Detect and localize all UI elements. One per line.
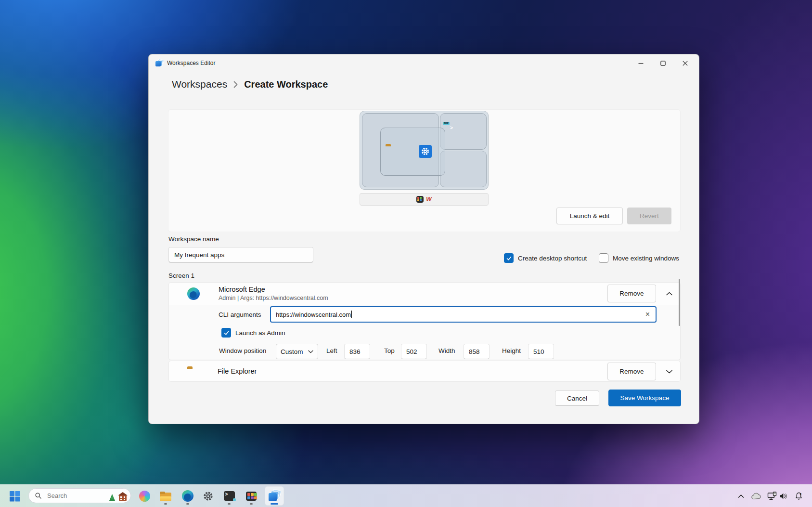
move-existing-windows-label: Move existing windows (613, 255, 679, 262)
remove-edge-button[interactable]: Remove (607, 285, 656, 302)
taskbar-file-explorer[interactable] (156, 486, 175, 506)
search-highlight-image[interactable] (107, 489, 128, 502)
preview-zone-top-right (440, 113, 487, 150)
window-position-label: Window position (219, 347, 266, 354)
app-name: Microsoft Edge (219, 286, 265, 293)
running-indicator (228, 503, 231, 505)
workspace-name-input[interactable] (168, 247, 313, 262)
checkbox-checked-icon[interactable] (504, 253, 514, 263)
taskbar-copilot[interactable] (135, 486, 154, 506)
remove-file-explorer-button[interactable]: Remove (607, 363, 656, 380)
checkbox-unchecked-icon[interactable] (599, 253, 608, 263)
onedrive-tray-button[interactable] (749, 489, 763, 503)
chevron-up-icon (738, 494, 744, 498)
cli-arguments-input[interactable]: https://windowscentral.com × (270, 306, 657, 323)
file-explorer-icon (160, 492, 171, 501)
width-input[interactable]: 858 (464, 344, 490, 359)
create-desktop-shortcut-label: Create desktop shortcut (518, 255, 587, 262)
notifications-dnd-tray-button[interactable]: z (791, 489, 806, 503)
running-indicator (164, 503, 167, 505)
taskbar-workspaces[interactable] (265, 486, 284, 506)
running-indicator (186, 503, 189, 505)
bell-dnd-icon: z (794, 492, 803, 501)
edge-icon (182, 490, 193, 502)
workspace-name-label: Workspace name (168, 235, 219, 243)
taskbar-edge[interactable] (178, 486, 197, 506)
revert-button[interactable]: Revert (627, 208, 671, 224)
taskbar: > z (0, 484, 812, 507)
launch-as-admin-option[interactable]: Launch as Admin (221, 328, 285, 338)
preview-taskbar-strip: W (360, 193, 489, 206)
gear-icon (203, 491, 214, 502)
maximize-button[interactable] (652, 54, 674, 72)
clear-icon: × (645, 310, 650, 318)
app-card-file-explorer: File Explorer Remove (168, 361, 681, 382)
expand-file-explorer-button[interactable] (663, 365, 675, 378)
chevron-down-icon (666, 370, 672, 374)
start-button[interactable] (5, 486, 24, 506)
screen-1-label: Screen 1 (168, 272, 194, 279)
close-button[interactable] (674, 54, 696, 72)
breadcrumb: Workspaces Create Workspace (172, 78, 328, 90)
taskbar-terminal[interactable]: > (219, 486, 239, 506)
clear-input-button[interactable]: × (644, 311, 651, 318)
windows-logo-icon (9, 491, 20, 502)
launch-as-admin-label: Launch as Admin (235, 329, 285, 337)
chevron-up-icon (666, 292, 672, 296)
monitor-preview: >PRE (360, 111, 489, 190)
network-monitor-icon (767, 492, 777, 501)
window-title: Workspaces Editor (167, 60, 215, 66)
cli-arguments-value: https://windowscentral.com (276, 311, 351, 318)
house-icon (119, 495, 127, 501)
preview-zone-inner-window (380, 128, 445, 176)
search-icon (35, 492, 42, 499)
taskbar-powertoys[interactable] (242, 486, 261, 506)
color-mosaic-icon (246, 492, 257, 501)
text-caret (351, 311, 352, 318)
terminal-icon: > (224, 491, 235, 501)
collapse-edge-button[interactable] (663, 287, 675, 300)
w-app-icon: W (426, 196, 431, 202)
show-hidden-icons-button[interactable] (735, 489, 747, 503)
titlebar: Workspaces Editor (149, 54, 699, 72)
speaker-icon (779, 492, 788, 500)
cloud-icon (751, 493, 761, 500)
height-input[interactable]: 510 (528, 344, 554, 359)
minimize-button[interactable] (630, 54, 652, 72)
workspaces-editor-window: Workspaces Editor Workspaces Create Work… (148, 54, 699, 424)
search-input[interactable] (46, 492, 101, 500)
minimize-icon (638, 61, 644, 66)
top-input[interactable]: 502 (401, 344, 427, 359)
preview-zone-bottom-right (440, 151, 487, 187)
taskbar-search[interactable] (28, 488, 131, 503)
top-label: Top (384, 347, 395, 354)
page-title: Create Workspace (244, 79, 328, 90)
vertical-scrollbar[interactable] (679, 279, 680, 326)
tree-icon (109, 494, 115, 501)
window-position-dropdown[interactable]: Custom (276, 344, 318, 359)
volume-tray-button[interactable] (776, 489, 790, 503)
workspaces-app-icon (155, 59, 163, 67)
app-card-microsoft-edge: Microsoft Edge Admin | Args: https://win… (168, 282, 681, 360)
left-input[interactable]: 836 (344, 344, 370, 359)
save-workspace-button[interactable]: Save Workspace (608, 390, 681, 406)
maximize-icon (660, 61, 666, 66)
color-mosaic-icon (416, 196, 424, 203)
launch-and-edit-button[interactable]: Launch & edit (556, 208, 623, 224)
settings-icon (419, 145, 432, 158)
taskbar-settings[interactable] (198, 486, 218, 506)
cancel-button[interactable]: Cancel (555, 390, 599, 406)
edge-icon (187, 287, 200, 300)
height-label: Height (502, 347, 521, 354)
checkbox-checked-icon[interactable] (221, 328, 231, 338)
move-existing-windows-option[interactable]: Move existing windows (599, 253, 679, 263)
running-indicator (250, 503, 253, 505)
create-desktop-shortcut-option[interactable]: Create desktop shortcut (504, 253, 587, 263)
app-meta: Admin | Args: https://windowscentral.com (219, 295, 328, 301)
copilot-icon (139, 491, 150, 502)
window-position-mode: Custom (281, 348, 303, 355)
breadcrumb-workspaces[interactable]: Workspaces (172, 78, 227, 90)
chevron-down-icon (308, 350, 313, 353)
app-name: File Explorer (218, 367, 257, 375)
workspaces-icon (268, 490, 281, 502)
